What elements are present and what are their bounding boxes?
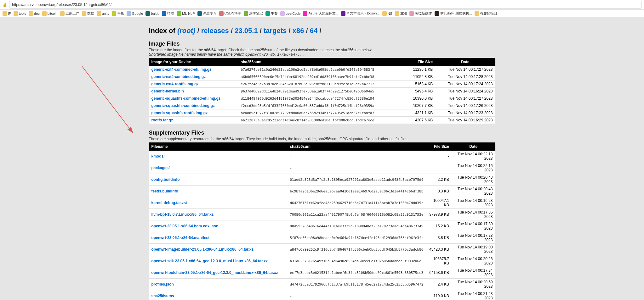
file-link[interactable]: kmods/ (151, 154, 165, 158)
page-content: Index of (root) / releases / 23.05.1 / t… (140, 17, 505, 300)
bookmark-item[interactable]: 单文本演示 - Boson... (341, 11, 379, 16)
file-link[interactable]: profiles.json (151, 282, 174, 286)
bookmark-item[interactable]: 斗鱼 (112, 11, 124, 16)
bookmark-item[interactable]: Google (127, 11, 143, 16)
sha-value: a847c0a99252c9f310d0b74864671fb506cbeb0b… (290, 247, 424, 252)
file-link[interactable]: openwrt-23.05.1-x86-64.manifest (151, 236, 210, 240)
date-value: Tue Nov 14 00:17:23 2023 (435, 109, 495, 117)
bookmark-item[interactable]: IF (3, 11, 11, 16)
table-row: sha256sums-119.0 KBTue Nov 14 00:21:23 2… (149, 290, 495, 300)
table-row: rootfs.tar.gzbb212073a8aecd5221dda4c84ec… (149, 117, 495, 124)
date-value: Tue Nov 14 00:17:28 2023 (452, 232, 495, 244)
sha-value: f2ccd3dd23b5fdf63327660ed12c0a00e857adda… (241, 104, 374, 108)
file-link[interactable]: generic-ext4-rootfs.img.gz (151, 82, 199, 86)
th-size2: File Size (426, 142, 452, 151)
file-link[interactable]: config.buildinfo (151, 177, 180, 182)
date-value: Tue Nov 14 00:17:34 2023 (452, 267, 495, 279)
size-value: 3.8 KB (426, 232, 452, 244)
url-input[interactable] (9, 1, 641, 8)
file-link[interactable]: generic-squashfs-combined.img.gz (151, 103, 215, 108)
bookmark-item[interactable]: 近期工作 (60, 11, 79, 16)
date-value: Tue Nov 14 00:19:00 2023 (452, 244, 495, 255)
bookmark-item[interactable]: Azure 认知服务文... (303, 11, 339, 16)
bookmark-item[interactable]: tools (14, 11, 26, 16)
breadcrumb-link[interactable]: 23.05.1 (235, 27, 258, 35)
file-link[interactable]: openwrt-23.05.1-x86-64.bom.cdx.json (151, 224, 219, 228)
breadcrumb-link[interactable]: targets (264, 27, 287, 35)
size-value: 37978.9 KB (426, 209, 452, 220)
table-row: openwrt-23.05.1-x86-64.bom.cdx.jsond0d59… (149, 220, 495, 232)
table-row: generic-ext4-combined.img.gza6b065560590… (149, 73, 495, 81)
site-icon (145, 11, 150, 16)
bookmark-item[interactable]: 单机dnf和朋友联机... (435, 11, 472, 16)
file-link[interactable]: generic-ext4-combined.img.gz (151, 75, 206, 79)
site-icon (177, 11, 181, 16)
th-date: Date (435, 58, 495, 66)
table-row: generic-squashfs-combined-efi.img.gzd118… (149, 95, 495, 102)
size-value: 15.2 KB (426, 220, 452, 232)
file-link[interactable]: openwrt-toolchain-23.05.1-x86-64_gcc-12.… (151, 270, 278, 275)
size-value: 11236.1 KB (405, 66, 435, 73)
table-row: config.buildinfo01aed2b325d3a7fc2c3c1895… (149, 174, 495, 186)
table-row: generic-kernel.bin9637d40092dd11e4b240a9… (149, 88, 495, 95)
size-value: 64158.6 KB (426, 267, 452, 279)
size-value: 45423.3 KB (426, 244, 452, 255)
bookmark-item[interactable]: 牛客 (265, 11, 278, 16)
bookmark-item[interactable]: 深学笔记 (244, 11, 263, 16)
folder-icon (82, 11, 86, 16)
file-link[interactable]: rootfs.tar.gz (151, 118, 173, 122)
breadcrumb-link[interactable]: releases (201, 27, 229, 35)
bookmark-item[interactable]: LeetCode (280, 11, 301, 16)
folder-icon (382, 11, 387, 16)
bookmark-item[interactable]: unity (97, 11, 109, 16)
file-link[interactable]: llvm-bpf-15.0.7.Linux-x86_64.tar.xz (151, 212, 214, 217)
size-value: 5163.4 KB (405, 81, 435, 88)
date-value: Tue Nov 14 00:20:43 2023 (452, 186, 495, 197)
bookmark-item[interactable]: 深度学习 (197, 11, 217, 16)
file-link[interactable]: kernel-debug.tar.zst (151, 201, 187, 205)
file-link[interactable]: generic-squashfs-combined-efi.img.gz (151, 96, 220, 101)
bookmark-item[interactable]: 数据 (82, 11, 94, 16)
sha-value: aca889c1977f31bd2897792fdda0a0dc7b5d2934… (241, 111, 374, 115)
bookmark-item[interactable]: NS (382, 11, 392, 16)
file-link[interactable]: feeds.buildinfo (151, 189, 178, 193)
table-row: generic-ext4-rootfs.img.gze267fc4e3e7a3d… (149, 81, 495, 88)
table-row: feeds.buildinfobc9bfa2b10be29d6ea5e67ea0… (149, 186, 495, 197)
site-icon (197, 11, 202, 16)
breadcrumb-link[interactable]: 64 (310, 27, 317, 35)
table-row: generic-ext4-combined-efi.img.gzb7a6274c… (149, 66, 495, 73)
bookmark-item[interactable]: 3DS (395, 11, 407, 16)
breadcrumb-link[interactable]: x86 (293, 27, 304, 35)
sha-value: 9637d40092dd11e4b240a91dead93fe730aa1a03… (241, 89, 374, 93)
file-link[interactable]: openwrt-imagebuilder-23.05.1-x86-64.Linu… (151, 247, 254, 252)
bookmark-item[interactable]: ML-NLP (177, 11, 195, 16)
folder-icon (3, 11, 7, 16)
supp-files-heading: Supplementary Files (149, 130, 495, 136)
svg-line-0 (82, 66, 132, 132)
file-link[interactable]: sha256sums (151, 294, 174, 298)
file-link[interactable]: generic-kernel.bin (151, 89, 184, 93)
size-value: 2.2 KB (426, 174, 452, 186)
file-link[interactable]: openwrt-sdk-23.05.1-x86-64_gcc-12.3.0_mu… (151, 259, 268, 263)
site-icon (127, 11, 131, 16)
bookmark-item[interactable]: bitcoin (42, 11, 58, 16)
bookmark-item[interactable]: 哔哩 (162, 11, 174, 16)
file-link[interactable]: generic-ext4-combined-efi.img.gz (151, 67, 212, 72)
bookmark-item[interactable]: CSDN博客 (219, 11, 241, 16)
date-value: Tue Nov 14 00:17:26 2023 (435, 102, 495, 109)
sha-value: - (290, 166, 292, 170)
file-link[interactable]: packages/ (151, 166, 170, 170)
bookmark-item[interactable]: baidu (145, 11, 159, 16)
breadcrumb-root[interactable]: (root) (177, 27, 195, 35)
bookmark-item[interactable]: 有趣的接口 (475, 11, 497, 16)
file-link[interactable]: generic-squashfs-rootfs.img.gz (151, 111, 208, 115)
size-value: 119.0 KB (426, 290, 452, 300)
bookmark-item[interactable]: 考拉新媒体 (409, 11, 432, 16)
bookmarks-bar: IFtoolsdocbitcoin近期工作数据unity斗鱼Googlebaid… (0, 10, 644, 17)
page-title: Index of (root) / releases / 23.05.1 / t… (149, 27, 495, 35)
bookmark-item[interactable]: doc (29, 11, 40, 16)
sha-value: d64276131fc62afea48c2594629710a8e7d731d4… (290, 201, 424, 205)
size-value: 196675.7 KB (426, 255, 452, 267)
date-value: Tue Nov 14 00:22:16 2023 (452, 162, 495, 174)
site-icon (244, 11, 248, 16)
